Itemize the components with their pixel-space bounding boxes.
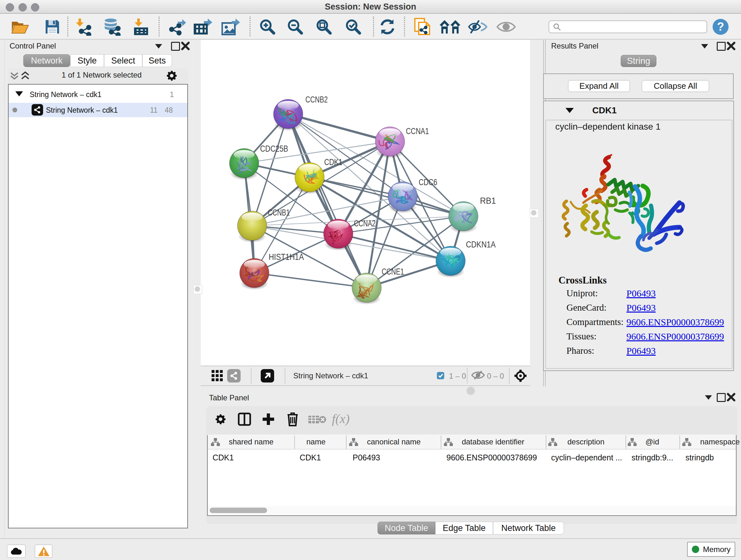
svg-text:CDK1: CDK1 [324,158,342,167]
svg-text:RB1: RB1 [480,196,496,206]
svg-text:CCNA1: CCNA1 [406,126,429,136]
svg-text:CCNB1: CCNB1 [268,208,290,217]
svg-text:CDC6: CDC6 [419,178,437,187]
svg-text:CDKN1A: CDKN1A [466,240,495,249]
svg-text:CDC25B: CDC25B [260,144,288,153]
svg-text:HIST1H1A: HIST1H1A [269,252,304,262]
svg-text:CCNE1: CCNE1 [382,267,404,276]
svg-text:CCNA2: CCNA2 [354,219,376,228]
svg-text:CCNB2: CCNB2 [306,95,328,105]
